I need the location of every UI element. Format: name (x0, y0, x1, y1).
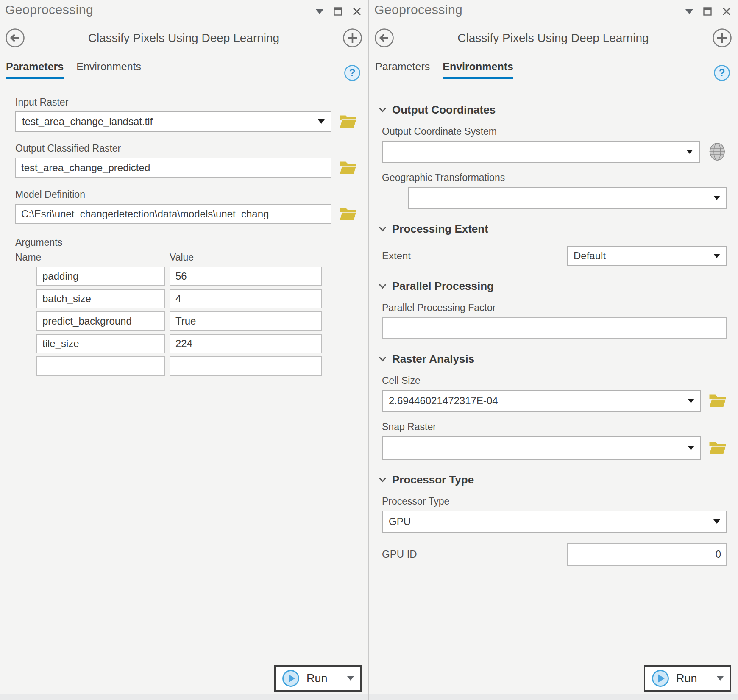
panel-header: Geoprocessing (0, 0, 368, 17)
help-button[interactable]: ? (344, 64, 361, 81)
section-processor-type[interactable]: Processor Type (379, 473, 727, 486)
panel-menu-button[interactable] (316, 9, 323, 14)
caret-down-icon (316, 9, 323, 14)
float-window-button[interactable] (703, 7, 712, 16)
cell-size-browse-button[interactable] (709, 393, 727, 408)
argument-value-input[interactable] (170, 311, 322, 331)
close-icon (352, 7, 362, 16)
open-in-new-button[interactable] (712, 28, 732, 48)
folder-icon (339, 114, 357, 129)
window-controls (316, 7, 362, 16)
play-icon (652, 669, 669, 687)
model-definition-browse-button[interactable] (339, 206, 357, 222)
back-button[interactable] (374, 28, 394, 48)
argument-value-input[interactable] (170, 334, 322, 353)
argument-value-input[interactable] (170, 267, 322, 286)
ocs-dropdown[interactable] (382, 141, 700, 163)
extent-label: Extent (382, 250, 411, 262)
tab-parameters[interactable]: Parameters (375, 61, 430, 79)
close-button[interactable] (352, 7, 362, 16)
tab-parameters[interactable]: Parameters (6, 61, 64, 79)
help-icon: ? (713, 64, 730, 81)
cell-size-label: Cell Size (382, 375, 727, 386)
arguments-label: Arguments (15, 237, 62, 248)
caret-down-icon (347, 676, 354, 681)
folder-icon (339, 160, 357, 175)
gpu-id-input[interactable] (567, 543, 727, 566)
caret-down-icon (713, 254, 720, 258)
chevron-down-icon (379, 107, 387, 113)
argument-name-input[interactable] (36, 311, 165, 331)
section-parallel-processing[interactable]: Parallel Processing (379, 280, 727, 293)
caret-down-icon (318, 119, 325, 124)
tab-environments[interactable]: Environments (76, 61, 141, 79)
run-button[interactable]: Run (274, 665, 362, 692)
argument-row (36, 356, 368, 376)
parallel-factor-input[interactable] (382, 317, 727, 339)
output-raster-input[interactable] (15, 158, 331, 178)
processor-type-label: Processor Type (382, 496, 727, 507)
tabs-row: Parameters Environments ? (0, 48, 368, 79)
panel-title: Geoprocessing (5, 3, 93, 17)
output-raster-label: Output Classified Raster (15, 143, 368, 154)
tab-environments[interactable]: Environments (443, 61, 513, 79)
snap-raster-dropdown[interactable] (382, 436, 701, 460)
plus-circle-icon (712, 28, 732, 48)
tool-title: Classify Pixels Using Deep Learning (394, 31, 712, 45)
section-title: Processing Extent (392, 222, 488, 236)
section-raster-analysis[interactable]: Raster Analysis (379, 353, 727, 366)
run-button-label: Run (676, 672, 697, 685)
section-output-coordinates[interactable]: Output Coordinates (379, 103, 727, 117)
select-coordinate-system-button[interactable] (707, 142, 727, 161)
tool-header: Classify Pixels Using Deep Learning (369, 17, 738, 48)
section-title: Processor Type (392, 473, 474, 486)
open-in-new-button[interactable] (343, 28, 362, 48)
back-button[interactable] (5, 28, 25, 48)
input-raster-label: Input Raster (15, 97, 368, 108)
output-raster-browse-button[interactable] (339, 160, 357, 175)
cell-size-dropdown[interactable]: 2.69446021472317E-04 (382, 390, 701, 412)
argument-name-input[interactable] (36, 356, 165, 376)
arguments-col-name: Name (15, 252, 170, 263)
argument-name-input[interactable] (36, 289, 165, 308)
snap-raster-label: Snap Raster (382, 421, 727, 433)
caret-down-icon (713, 519, 720, 524)
extent-value: Default (574, 250, 606, 262)
section-title: Output Coordinates (392, 103, 496, 117)
argument-row (36, 289, 368, 308)
argument-name-input[interactable] (36, 334, 165, 353)
argument-value-input[interactable] (170, 356, 322, 376)
input-raster-browse-button[interactable] (339, 114, 357, 129)
panel-header: Geoprocessing (369, 0, 738, 17)
help-button[interactable]: ? (713, 64, 730, 81)
panel-menu-button[interactable] (685, 9, 693, 14)
extent-dropdown[interactable]: Default (567, 246, 727, 266)
snap-raster-browse-button[interactable] (709, 440, 727, 456)
geoprocessing-panel-right: Geoprocessing Classify Pixels Usi (369, 0, 738, 700)
panel-title: Geoprocessing (374, 3, 462, 17)
geo-transformations-dropdown[interactable] (408, 187, 727, 209)
section-processing-extent[interactable]: Processing Extent (379, 222, 727, 236)
window-restore-icon (334, 7, 342, 16)
panel-footer (369, 694, 738, 700)
argument-row (36, 334, 368, 353)
close-button[interactable] (722, 7, 731, 16)
folder-icon (709, 440, 727, 456)
section-title: Parallel Processing (392, 280, 494, 293)
geoprocessing-panel-left: Geoprocessing Classify Pixels Usi (0, 0, 368, 700)
processor-type-dropdown[interactable]: GPU (382, 511, 727, 533)
arguments-col-value: Value (170, 252, 194, 263)
ocs-label: Output Coordinate System (382, 126, 727, 137)
argument-name-input[interactable] (36, 267, 165, 286)
processor-type-value: GPU (389, 516, 411, 528)
folder-icon (709, 393, 727, 408)
panel-footer (0, 694, 368, 700)
input-raster-value: test_area_change_landsat.tif (22, 116, 153, 128)
argument-value-input[interactable] (170, 289, 322, 308)
plus-circle-icon (343, 28, 362, 48)
run-button[interactable]: Run (644, 665, 731, 692)
input-raster-dropdown[interactable]: test_area_change_landsat.tif (15, 111, 331, 132)
model-definition-input[interactable] (15, 204, 331, 224)
window-controls (685, 7, 731, 16)
float-window-button[interactable] (334, 7, 342, 16)
